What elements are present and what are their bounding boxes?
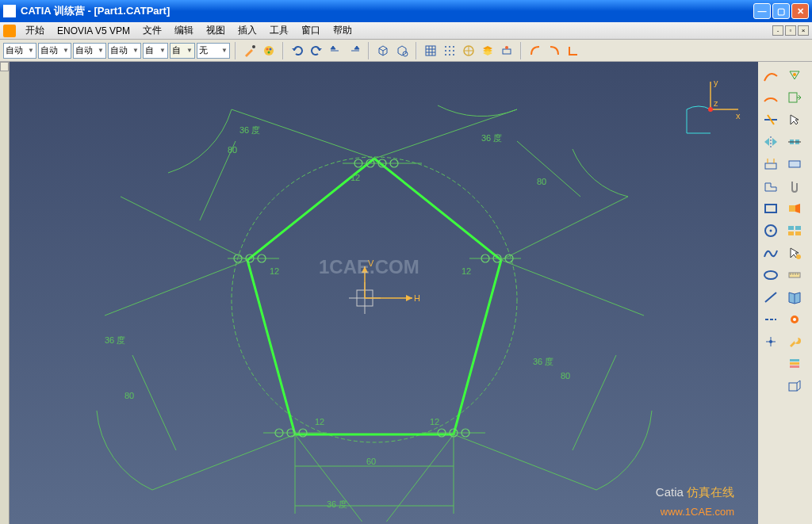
brush-icon[interactable]: [241, 42, 259, 59]
style-select-3[interactable]: 自动▼: [73, 43, 106, 59]
arc-left-icon[interactable]: [527, 42, 544, 59]
menu-tools[interactable]: 工具: [263, 22, 295, 39]
gear-icon[interactable]: [783, 309, 806, 330]
svg-point-11: [445, 46, 446, 48]
spline2-icon[interactable]: [760, 243, 782, 263]
svg-rect-91: [789, 205, 795, 212]
profile-icon[interactable]: [760, 176, 782, 197]
ellipse-icon[interactable]: [760, 265, 782, 285]
dim-12-2: 12: [270, 266, 279, 276]
style-select-1[interactable]: 自动▼: [3, 43, 36, 59]
book-icon[interactable]: [783, 287, 806, 308]
axis-line-icon[interactable]: [760, 309, 782, 330]
svg-point-1: [264, 46, 274, 55]
svg-rect-108: [789, 383, 797, 391]
rectangle-icon[interactable]: [760, 198, 782, 219]
svg-point-2: [266, 48, 269, 50]
sketch-canvas[interactable]: y x z: [10, 62, 758, 524]
right-toolbar: [758, 62, 812, 524]
trim-icon[interactable]: [760, 109, 782, 130]
maximize-button[interactable]: ▢: [772, 3, 790, 19]
palette-icon[interactable]: [260, 42, 278, 59]
constraint-icon[interactable]: [783, 132, 806, 152]
spline-icon[interactable]: [760, 65, 782, 86]
arc-tool-icon[interactable]: [760, 87, 782, 108]
dim-angle-5: 36 度: [327, 499, 347, 509]
window-title: CATIA 训练营 - [Part1.CATPart]: [21, 4, 170, 18]
menu-help[interactable]: 帮助: [327, 22, 358, 39]
watermark-brand: Catia 仿真在线: [656, 485, 734, 500]
watermark-site: www.1CAE.com: [661, 506, 734, 518]
svg-line-32: [152, 434, 295, 490]
catia-icon: [3, 25, 16, 37]
menu-file[interactable]: 文件: [136, 22, 168, 39]
svg-line-38: [132, 355, 176, 450]
svg-rect-92: [788, 226, 794, 230]
svg-rect-94: [788, 231, 794, 235]
svg-point-3: [270, 48, 272, 50]
corner-icon[interactable]: [565, 42, 582, 59]
stack-icon[interactable]: [783, 354, 806, 374]
style-select-5[interactable]: 自▼: [143, 43, 168, 59]
style-select-none[interactable]: 无▼: [197, 43, 230, 59]
redo-icon[interactable]: [308, 42, 325, 59]
arc-right-icon[interactable]: [546, 42, 563, 59]
cube-icon[interactable]: [374, 42, 392, 59]
pentagon-profile[interactable]: [247, 159, 501, 434]
menu-insert[interactable]: 插入: [232, 22, 263, 39]
circle-icon[interactable]: [760, 220, 782, 241]
dim-angle-4: 36 度: [533, 357, 553, 366]
pointer-icon[interactable]: [783, 109, 806, 130]
exit-icon[interactable]: [783, 87, 806, 108]
main-area: y x z: [0, 62, 812, 524]
mirror-icon[interactable]: [760, 132, 782, 152]
grid-icon[interactable]: [422, 42, 439, 59]
mdi-close[interactable]: ×: [798, 25, 809, 36]
grid-dots-icon[interactable]: [441, 42, 458, 59]
pointer2-icon[interactable]: [783, 243, 806, 263]
edit-multi-icon[interactable]: [783, 220, 806, 241]
close-button[interactable]: ✕: [791, 3, 809, 19]
svg-point-85: [793, 73, 796, 76]
svg-rect-76: [765, 205, 776, 212]
svg-line-33: [105, 260, 247, 316]
sketch-origin: V H: [349, 258, 420, 314]
svg-line-28: [501, 260, 644, 316]
svg-point-79: [764, 271, 777, 279]
svg-rect-23: [503, 49, 511, 54]
wrench-icon[interactable]: [783, 331, 806, 352]
line-icon[interactable]: [760, 287, 782, 308]
measure-icon[interactable]: [783, 265, 806, 285]
layers-icon[interactable]: [479, 42, 496, 59]
animate-icon[interactable]: [783, 198, 806, 219]
dim-60: 60: [366, 457, 376, 466]
compass-icon[interactable]: [460, 42, 477, 59]
menu-start[interactable]: 开始: [19, 22, 51, 39]
dimension-box-icon[interactable]: [783, 154, 806, 174]
style-select-2[interactable]: 自动▼: [38, 43, 71, 59]
menu-edit[interactable]: 编辑: [168, 22, 200, 39]
mdi-minimize[interactable]: -: [772, 25, 783, 36]
undo-dropdown-icon[interactable]: [327, 42, 344, 59]
menu-enovia[interactable]: ENOVIA V5 VPM: [51, 24, 136, 38]
project-icon[interactable]: [760, 154, 782, 174]
menu-window[interactable]: 窗口: [295, 22, 327, 39]
style-select-6[interactable]: 自▼: [170, 43, 195, 59]
svg-point-24: [505, 46, 508, 49]
snap-icon[interactable]: [498, 42, 515, 59]
undo-icon[interactable]: [289, 42, 306, 59]
tree-scrollbar[interactable]: [0, 62, 10, 524]
svg-line-34: [121, 197, 247, 260]
minimize-button[interactable]: —: [753, 3, 771, 19]
mdi-restore[interactable]: ▫: [785, 25, 796, 36]
output-3d-icon[interactable]: [783, 376, 806, 396]
mdi-controls: - ▫ ×: [772, 25, 809, 36]
point-icon[interactable]: [760, 331, 782, 352]
redo-dropdown-icon[interactable]: [346, 42, 363, 59]
transform-icon[interactable]: [783, 65, 806, 86]
cube-search-icon[interactable]: [393, 42, 411, 59]
svg-rect-95: [795, 231, 801, 235]
menu-view[interactable]: 视图: [200, 22, 232, 39]
paperclip-icon[interactable]: [783, 176, 806, 197]
style-select-4[interactable]: 自动▼: [108, 43, 141, 59]
